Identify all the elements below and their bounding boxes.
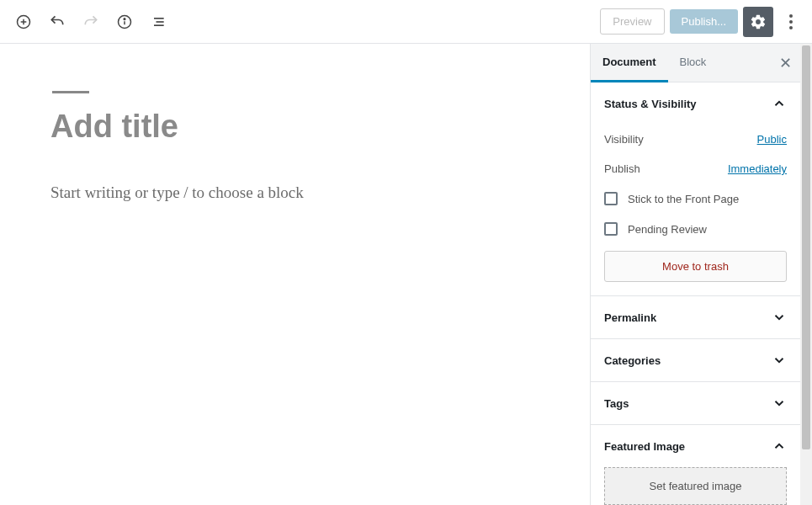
panel-permalink: Permalink xyxy=(591,296,800,339)
gear-icon xyxy=(750,13,767,30)
chevron-down-icon xyxy=(772,310,787,325)
undo-icon xyxy=(49,13,66,30)
editor-area xyxy=(0,44,590,505)
add-block-button[interactable] xyxy=(8,7,39,37)
panel-header-status[interactable]: Status & Visibility xyxy=(591,82,800,125)
panel-body-featured: Set featured image xyxy=(591,467,800,505)
topbar-right: Preview Publish... xyxy=(600,7,804,37)
panel-header-permalink[interactable]: Permalink xyxy=(591,296,800,338)
post-title-input[interactable] xyxy=(50,109,549,145)
tab-document[interactable]: Document xyxy=(591,44,668,82)
outline-button[interactable] xyxy=(143,7,173,37)
topbar-left xyxy=(8,7,173,37)
redo-icon xyxy=(82,13,99,30)
topbar: Preview Publish... xyxy=(0,0,812,44)
publish-row: Publish Immediately xyxy=(604,154,787,183)
publish-value-link[interactable]: Immediately xyxy=(728,162,787,175)
visibility-row: Visibility Public xyxy=(604,125,787,154)
panel-title: Status & Visibility xyxy=(604,98,697,110)
post-content-input[interactable] xyxy=(50,183,549,202)
publish-label: Publish xyxy=(604,162,640,175)
panel-title: Categories xyxy=(604,354,661,367)
title-marker xyxy=(52,91,89,93)
chevron-down-icon xyxy=(772,396,787,411)
scrollbar-thumb[interactable] xyxy=(802,45,810,449)
undo-button[interactable] xyxy=(42,7,72,37)
info-button[interactable] xyxy=(109,7,140,37)
panel-title: Permalink xyxy=(604,311,656,324)
panel-header-categories[interactable]: Categories xyxy=(591,339,800,381)
chevron-down-icon xyxy=(772,353,787,368)
set-featured-image-button[interactable]: Set featured image xyxy=(604,467,787,505)
svg-point-11 xyxy=(789,26,793,29)
scrollbar-track[interactable] xyxy=(800,44,812,505)
settings-button[interactable] xyxy=(743,7,773,37)
chevron-up-icon xyxy=(772,96,787,111)
redo-button xyxy=(76,7,106,37)
close-sidebar-button[interactable]: ✕ xyxy=(779,54,792,72)
panel-featured-image: Featured Image Set featured image xyxy=(591,425,800,505)
info-icon xyxy=(116,13,133,30)
stick-front-page-row[interactable]: Stick to the Front Page xyxy=(604,183,787,214)
preview-button[interactable]: Preview xyxy=(600,8,664,35)
panel-categories: Categories xyxy=(591,339,800,382)
panel-header-featured[interactable]: Featured Image xyxy=(591,425,800,467)
settings-sidebar: Document Block ✕ Status & Visibility Vis… xyxy=(590,44,812,505)
panel-body-status: Visibility Public Publish Immediately St… xyxy=(591,125,800,295)
panel-tags: Tags xyxy=(591,382,800,425)
visibility-label: Visibility xyxy=(604,133,644,146)
panel-title: Featured Image xyxy=(604,440,685,453)
checkbox-icon xyxy=(604,192,618,205)
pending-review-row[interactable]: Pending Review xyxy=(604,214,787,244)
more-vertical-icon xyxy=(789,14,793,29)
svg-point-9 xyxy=(789,14,793,18)
main-layout: Document Block ✕ Status & Visibility Vis… xyxy=(0,44,812,505)
checkbox-icon xyxy=(604,222,618,236)
svg-point-10 xyxy=(789,20,793,24)
pending-label: Pending Review xyxy=(628,223,707,236)
stick-label: Stick to the Front Page xyxy=(628,193,739,205)
move-to-trash-button[interactable]: Move to trash xyxy=(604,251,787,282)
panel-title: Tags xyxy=(604,397,629,410)
panel-header-tags[interactable]: Tags xyxy=(591,382,800,424)
list-icon xyxy=(150,13,167,30)
plus-circle-icon xyxy=(15,13,32,30)
close-icon: ✕ xyxy=(779,55,792,72)
chevron-up-icon xyxy=(772,439,787,454)
visibility-value-link[interactable]: Public xyxy=(757,133,787,146)
tab-block[interactable]: Block xyxy=(668,44,719,82)
sidebar-tabs: Document Block ✕ xyxy=(591,44,800,82)
more-options-button[interactable] xyxy=(778,7,804,37)
panel-status-visibility: Status & Visibility Visibility Public Pu… xyxy=(591,82,800,296)
svg-point-5 xyxy=(124,18,125,19)
publish-button[interactable]: Publish... xyxy=(670,9,738,34)
